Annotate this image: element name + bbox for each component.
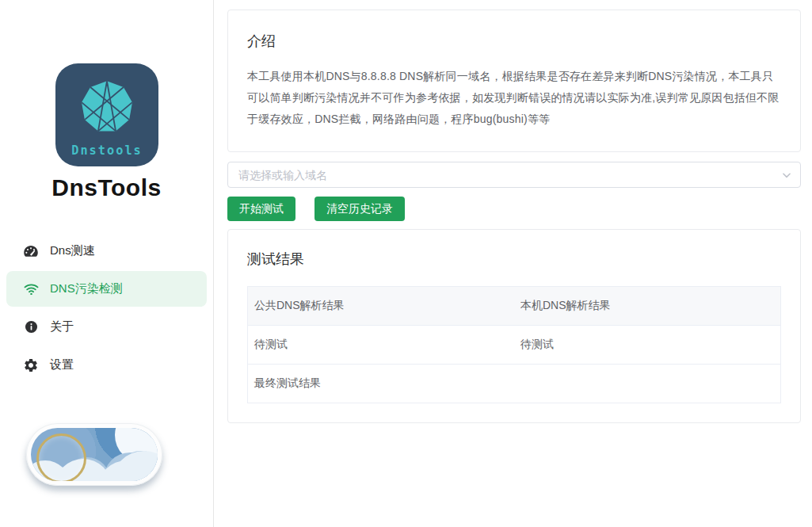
sidebar-item-dns-speed[interactable]: Dns测速 <box>6 233 207 269</box>
public-dns-header: 公共DNS解析结果 <box>248 287 515 326</box>
start-test-button[interactable]: 开始测试 <box>227 197 295 221</box>
table-row: 待测试 待测试 <box>248 326 781 365</box>
app-window: Dnstools DnsTools <box>0 0 812 527</box>
chevron-down-icon <box>781 170 792 184</box>
wifi-icon <box>22 281 40 297</box>
speed-gauge-icon <box>22 243 40 259</box>
sidebar-item-label: DNS污染检测 <box>50 281 123 296</box>
sidebar: Dnstools DnsTools <box>0 0 214 527</box>
sidebar-item-label: Dns测速 <box>50 243 95 258</box>
final-result: 最终测试结果 <box>248 365 781 403</box>
table-row: 最终测试结果 <box>248 365 781 403</box>
theme-toggle-sky <box>31 428 158 481</box>
dnstools-logo-icon: Dnstools <box>55 63 158 166</box>
sidebar-item-label: 设置 <box>50 357 74 372</box>
results-table: 公共DNS解析结果 本机DNS解析结果 待测试 待测试 最终测试结果 <box>247 286 781 403</box>
table-header-row: 公共DNS解析结果 本机DNS解析结果 <box>248 287 781 326</box>
results-card: 测试结果 公共DNS解析结果 本机DNS解析结果 待测试 待测试 最终测试结果 <box>227 229 801 423</box>
sidebar-item-dns-pollution[interactable]: DNS污染检测 <box>6 271 207 307</box>
theme-toggle-knob[interactable] <box>36 433 86 481</box>
app-title: DnsTools <box>51 174 161 201</box>
theme-toggle[interactable] <box>26 423 162 486</box>
gear-icon <box>22 357 40 373</box>
main-content: 介绍 本工具使用本机DNS与8.8.8.8 DNS解析同一域名，根据结果是否存在… <box>214 0 812 527</box>
clear-history-button[interactable]: 清空历史记录 <box>315 197 405 221</box>
domain-select[interactable] <box>227 162 801 188</box>
sidebar-item-label: 关于 <box>50 319 74 334</box>
intro-card: 介绍 本工具使用本机DNS与8.8.8.8 DNS解析同一域名，根据结果是否存在… <box>227 10 801 152</box>
actions-row: 开始测试 清空历史记录 <box>227 197 801 221</box>
intro-title: 介绍 <box>247 32 781 51</box>
public-dns-result: 待测试 <box>248 326 515 365</box>
logo-text: Dnstools <box>71 143 143 158</box>
sidebar-item-about[interactable]: 关于 <box>6 309 207 345</box>
local-dns-header: 本机DNS解析结果 <box>514 287 781 326</box>
results-title: 测试结果 <box>247 250 781 269</box>
info-circle-icon <box>22 319 40 334</box>
sidebar-item-settings[interactable]: 设置 <box>6 347 207 383</box>
local-dns-result: 待测试 <box>514 326 781 365</box>
domain-select-input[interactable] <box>228 169 800 181</box>
app-logo: Dnstools <box>55 63 158 166</box>
intro-body: 本工具使用本机DNS与8.8.8.8 DNS解析同一域名，根据结果是否存在差异来… <box>247 66 781 130</box>
sidebar-nav: Dns测速 DNS污染检测 <box>0 233 213 385</box>
